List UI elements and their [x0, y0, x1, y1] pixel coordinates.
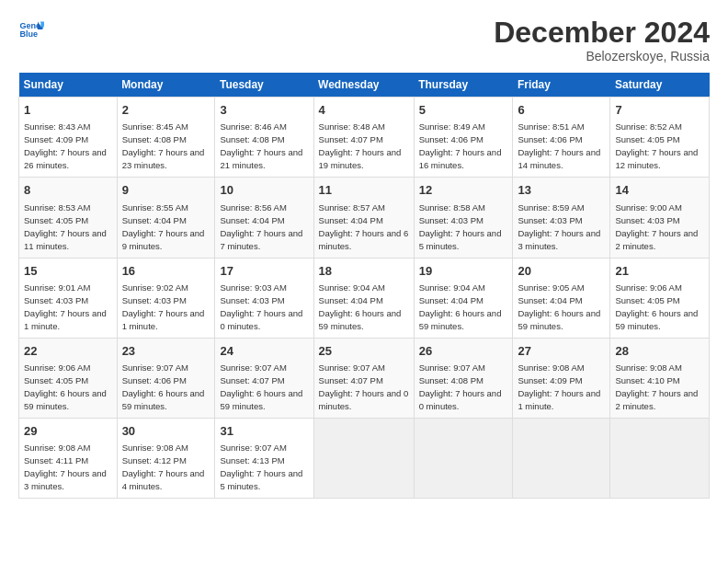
day-detail: Sunrise: 8:49 AMSunset: 4:06 PMDaylight:…	[419, 121, 502, 170]
empty-day-cell	[313, 418, 414, 498]
day-detail: Sunrise: 8:43 AMSunset: 4:09 PMDaylight:…	[24, 121, 107, 170]
calendar-day-cell: 27Sunrise: 9:08 AMSunset: 4:09 PMDayligh…	[513, 338, 610, 418]
logo-icon: General Blue	[18, 17, 44, 42]
day-number: 28	[615, 343, 704, 360]
day-number: 26	[419, 343, 508, 360]
day-detail: Sunrise: 9:03 AMSunset: 4:03 PMDaylight:…	[220, 282, 302, 331]
day-number: 23	[122, 343, 210, 360]
header-friday: Friday	[513, 73, 610, 98]
day-number: 22	[24, 343, 112, 360]
calendar-day-cell: 29Sunrise: 9:08 AMSunset: 4:11 PMDayligh…	[19, 418, 118, 498]
calendar-day-cell: 6Sunrise: 8:51 AMSunset: 4:06 PMDaylight…	[513, 98, 610, 178]
calendar-day-cell: 11Sunrise: 8:57 AMSunset: 4:04 PMDayligh…	[313, 178, 414, 258]
day-number: 25	[319, 343, 409, 360]
calendar-day-cell: 15Sunrise: 9:01 AMSunset: 4:03 PMDayligh…	[19, 258, 118, 338]
header-sunday: Sunday	[19, 73, 118, 98]
day-number: 17	[220, 263, 308, 280]
calendar-week-row: 29Sunrise: 9:08 AMSunset: 4:11 PMDayligh…	[19, 418, 710, 498]
day-detail: Sunrise: 9:02 AMSunset: 4:03 PMDaylight:…	[122, 282, 205, 331]
logo: General Blue	[18, 17, 44, 42]
day-detail: Sunrise: 9:06 AMSunset: 4:05 PMDaylight:…	[615, 282, 698, 331]
location: Belozerskoye, Russia	[494, 49, 710, 63]
calendar-day-cell: 5Sunrise: 8:49 AMSunset: 4:06 PMDaylight…	[414, 98, 513, 178]
month-title: December 2024	[494, 17, 710, 49]
calendar-day-cell: 31Sunrise: 9:07 AMSunset: 4:13 PMDayligh…	[215, 418, 313, 498]
day-detail: Sunrise: 9:07 AMSunset: 4:07 PMDaylight:…	[319, 362, 409, 411]
calendar-day-cell: 12Sunrise: 8:58 AMSunset: 4:03 PMDayligh…	[414, 178, 513, 258]
calendar-week-row: 22Sunrise: 9:06 AMSunset: 4:05 PMDayligh…	[19, 338, 710, 418]
calendar-week-row: 15Sunrise: 9:01 AMSunset: 4:03 PMDayligh…	[19, 258, 710, 338]
day-number: 8	[24, 182, 112, 199]
calendar-day-cell: 7Sunrise: 8:52 AMSunset: 4:05 PMDaylight…	[610, 98, 710, 178]
calendar-day-cell: 19Sunrise: 9:04 AMSunset: 4:04 PMDayligh…	[414, 258, 513, 338]
day-detail: Sunrise: 9:07 AMSunset: 4:07 PMDaylight:…	[220, 362, 302, 411]
calendar-day-cell: 26Sunrise: 9:07 AMSunset: 4:08 PMDayligh…	[414, 338, 513, 418]
day-detail: Sunrise: 9:06 AMSunset: 4:05 PMDaylight:…	[24, 362, 107, 411]
title-area: December 2024 Belozerskoye, Russia	[494, 17, 710, 63]
day-number: 21	[615, 263, 704, 280]
weekday-header-row: Sunday Monday Tuesday Wednesday Thursday…	[19, 73, 710, 98]
day-detail: Sunrise: 9:04 AMSunset: 4:04 PMDaylight:…	[419, 282, 502, 331]
calendar-day-cell: 24Sunrise: 9:07 AMSunset: 4:07 PMDayligh…	[215, 338, 313, 418]
calendar-day-cell: 23Sunrise: 9:07 AMSunset: 4:06 PMDayligh…	[117, 338, 215, 418]
day-detail: Sunrise: 9:08 AMSunset: 4:12 PMDaylight:…	[122, 442, 205, 491]
day-number: 2	[122, 102, 210, 119]
calendar-day-cell: 18Sunrise: 9:04 AMSunset: 4:04 PMDayligh…	[313, 258, 414, 338]
day-number: 20	[518, 263, 605, 280]
day-number: 31	[220, 423, 308, 440]
empty-day-cell	[414, 418, 513, 498]
calendar-week-row: 8Sunrise: 8:53 AMSunset: 4:05 PMDaylight…	[19, 178, 710, 258]
calendar-day-cell: 28Sunrise: 9:08 AMSunset: 4:10 PMDayligh…	[610, 338, 710, 418]
day-detail: Sunrise: 9:07 AMSunset: 4:13 PMDaylight:…	[220, 442, 302, 491]
calendar-day-cell: 16Sunrise: 9:02 AMSunset: 4:03 PMDayligh…	[117, 258, 215, 338]
day-detail: Sunrise: 8:45 AMSunset: 4:08 PMDaylight:…	[122, 121, 205, 170]
day-detail: Sunrise: 8:51 AMSunset: 4:06 PMDaylight:…	[518, 121, 600, 170]
calendar-day-cell: 21Sunrise: 9:06 AMSunset: 4:05 PMDayligh…	[610, 258, 710, 338]
day-number: 6	[518, 102, 605, 119]
day-detail: Sunrise: 9:08 AMSunset: 4:10 PMDaylight:…	[615, 362, 698, 411]
day-number: 5	[419, 102, 508, 119]
day-number: 16	[122, 263, 210, 280]
day-detail: Sunrise: 8:55 AMSunset: 4:04 PMDaylight:…	[122, 202, 205, 251]
day-number: 10	[220, 182, 308, 199]
day-number: 7	[615, 102, 704, 119]
calendar-table: Sunday Monday Tuesday Wednesday Thursday…	[18, 73, 710, 499]
day-detail: Sunrise: 8:59 AMSunset: 4:03 PMDaylight:…	[518, 202, 600, 251]
calendar-day-cell: 22Sunrise: 9:06 AMSunset: 4:05 PMDayligh…	[19, 338, 118, 418]
day-detail: Sunrise: 9:00 AMSunset: 4:03 PMDaylight:…	[615, 202, 698, 251]
day-number: 3	[220, 102, 308, 119]
day-detail: Sunrise: 8:58 AMSunset: 4:03 PMDaylight:…	[419, 202, 502, 251]
header-monday: Monday	[117, 73, 215, 98]
day-detail: Sunrise: 9:07 AMSunset: 4:06 PMDaylight:…	[122, 362, 205, 411]
day-number: 9	[122, 182, 210, 199]
day-number: 29	[24, 423, 112, 440]
day-detail: Sunrise: 9:08 AMSunset: 4:11 PMDaylight:…	[24, 442, 107, 491]
day-number: 24	[220, 343, 308, 360]
header: General Blue December 2024 Belozerskoye,…	[18, 17, 710, 63]
day-number: 14	[615, 182, 704, 199]
day-number: 12	[419, 182, 508, 199]
calendar-day-cell: 3Sunrise: 8:46 AMSunset: 4:08 PMDaylight…	[215, 98, 313, 178]
day-detail: Sunrise: 9:04 AMSunset: 4:04 PMDaylight:…	[319, 282, 402, 331]
page-container: General Blue December 2024 Belozerskoye,…	[0, 0, 728, 508]
day-detail: Sunrise: 9:05 AMSunset: 4:04 PMDaylight:…	[518, 282, 600, 331]
day-detail: Sunrise: 8:52 AMSunset: 4:05 PMDaylight:…	[615, 121, 698, 170]
day-detail: Sunrise: 8:53 AMSunset: 4:05 PMDaylight:…	[24, 202, 107, 251]
calendar-day-cell: 20Sunrise: 9:05 AMSunset: 4:04 PMDayligh…	[513, 258, 610, 338]
calendar-day-cell: 4Sunrise: 8:48 AMSunset: 4:07 PMDaylight…	[313, 98, 414, 178]
day-detail: Sunrise: 8:48 AMSunset: 4:07 PMDaylight:…	[319, 121, 402, 170]
calendar-day-cell: 14Sunrise: 9:00 AMSunset: 4:03 PMDayligh…	[610, 178, 710, 258]
calendar-day-cell: 17Sunrise: 9:03 AMSunset: 4:03 PMDayligh…	[215, 258, 313, 338]
day-detail: Sunrise: 9:07 AMSunset: 4:08 PMDaylight:…	[419, 362, 502, 411]
calendar-day-cell: 8Sunrise: 8:53 AMSunset: 4:05 PMDaylight…	[19, 178, 118, 258]
day-detail: Sunrise: 9:01 AMSunset: 4:03 PMDaylight:…	[24, 282, 107, 331]
day-detail: Sunrise: 8:46 AMSunset: 4:08 PMDaylight:…	[220, 121, 302, 170]
calendar-day-cell: 10Sunrise: 8:56 AMSunset: 4:04 PMDayligh…	[215, 178, 313, 258]
day-number: 13	[518, 182, 605, 199]
day-detail: Sunrise: 8:56 AMSunset: 4:04 PMDaylight:…	[220, 202, 302, 251]
day-number: 19	[419, 263, 508, 280]
day-number: 27	[518, 343, 605, 360]
calendar-day-cell: 9Sunrise: 8:55 AMSunset: 4:04 PMDaylight…	[117, 178, 215, 258]
calendar-day-cell: 25Sunrise: 9:07 AMSunset: 4:07 PMDayligh…	[313, 338, 414, 418]
day-number: 1	[24, 102, 112, 119]
